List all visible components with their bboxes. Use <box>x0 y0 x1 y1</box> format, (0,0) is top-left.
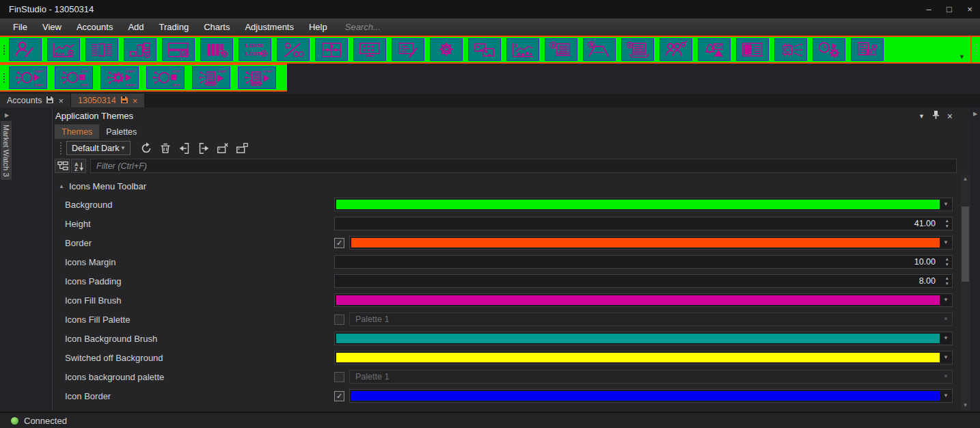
panel-list-icon[interactable] <box>736 38 769 61</box>
menu-view[interactable]: View <box>35 18 69 36</box>
chevron-down-icon[interactable]: ▼ <box>918 113 925 120</box>
document-edit-icon[interactable] <box>392 38 424 61</box>
bar-chart-add-icon[interactable] <box>124 38 156 61</box>
icons-padding-number-field[interactable]: 8.00▲▼ <box>334 274 953 288</box>
property-label: Height <box>65 219 91 229</box>
price-quote-add-icon[interactable]: 1.203561.2035 <box>239 38 271 61</box>
expand-arrow-right-icon[interactable]: ▶ <box>973 111 977 117</box>
import-button[interactable] <box>176 140 193 156</box>
icon-fill-brush-color-dropdown[interactable]: ▼ <box>334 293 953 307</box>
refresh-button[interactable] <box>137 140 154 156</box>
theme-toolbar-grip[interactable] <box>59 142 63 155</box>
close-tab-icon[interactable]: × <box>133 96 138 105</box>
menu-search[interactable]: Search... <box>338 18 388 36</box>
menu-help[interactable]: Help <box>301 18 335 36</box>
chip-connections-icon[interactable] <box>774 38 807 61</box>
people-plug-icon[interactable] <box>659 38 692 61</box>
menu-add[interactable]: Add <box>120 18 151 36</box>
column-chart-add-icon[interactable] <box>200 38 233 61</box>
person-edit-icon[interactable] <box>9 38 42 61</box>
icon-background-brush-color-dropdown[interactable]: ▼ <box>334 332 953 345</box>
filter-input[interactable] <box>90 159 957 173</box>
color-swatch <box>336 353 940 362</box>
icons-margin-spinner[interactable]: ▲▼ <box>945 257 949 267</box>
menu-trading[interactable]: Trading <box>152 18 197 36</box>
table-columns-icon[interactable] <box>85 38 118 61</box>
document-money-icon[interactable] <box>851 38 884 61</box>
notifications-icon[interactable] <box>698 38 731 61</box>
close-icon[interactable]: × <box>947 111 953 121</box>
trend-remove-icon[interactable] <box>583 38 616 61</box>
market-watch-tab[interactable]: Market Watch 3 <box>1 121 12 180</box>
tab-themes[interactable]: Themes <box>55 124 99 139</box>
expand-arrow-left-icon[interactable]: ▶ <box>5 113 9 118</box>
list-remove-icon[interactable] <box>545 38 577 61</box>
tab-palettes[interactable]: Palettes <box>99 124 144 139</box>
delete-button[interactable] <box>156 140 174 156</box>
toolbar-overflow-icon[interactable]: ▼ <box>959 54 965 60</box>
border-checkbox[interactable]: ✓ <box>334 238 344 248</box>
menu-adjustments[interactable]: Adjustments <box>237 18 301 36</box>
save-icon[interactable] <box>120 96 128 106</box>
tab-13050314[interactable]: 13050314× <box>71 94 144 107</box>
service-start-icon[interactable]: STARTSTART <box>100 66 139 89</box>
close-button[interactable]: × <box>959 0 980 18</box>
scroll-down-icon[interactable]: ▼ <box>960 401 970 410</box>
maximize-button[interactable]: □ <box>939 0 959 18</box>
layout-windows-add-icon[interactable] <box>162 38 195 61</box>
report-start-icon[interactable]: START <box>238 66 276 89</box>
new-window-button[interactable] <box>233 140 250 156</box>
menu-charts[interactable]: Charts <box>196 18 237 36</box>
sort-az-button[interactable]: AZ <box>71 159 86 173</box>
export-button[interactable] <box>195 140 212 156</box>
cards-stack-icon[interactable] <box>468 38 501 61</box>
spin-up-icon[interactable]: ▲ <box>945 219 949 224</box>
theme-selector[interactable]: Default Dark ▼ <box>66 141 131 155</box>
pin-icon[interactable] <box>932 110 940 122</box>
scheduler-run-icon[interactable] <box>813 38 845 61</box>
minimize-button[interactable]: – <box>918 0 939 18</box>
switched-off-background-color-dropdown[interactable]: ▼ <box>334 351 953 364</box>
icons-margin-number-field[interactable]: 10.00▲▼ <box>334 255 953 269</box>
scrollbar-thumb[interactable] <box>962 206 969 282</box>
tab-accounts[interactable]: Accounts× <box>0 94 70 107</box>
categorize-button[interactable] <box>55 159 70 173</box>
laptop-list-add-icon[interactable] <box>621 38 654 61</box>
spin-down-icon[interactable]: ▼ <box>945 282 949 286</box>
remove-window-button[interactable] <box>214 140 231 156</box>
background-color-dropdown[interactable]: ▼ <box>334 198 953 211</box>
spin-up-icon[interactable]: ▲ <box>945 276 949 281</box>
connection-stop-icon[interactable]: STOPSTOP <box>55 66 93 89</box>
menu-accounts[interactable]: Accounts <box>69 18 120 36</box>
toolbar-grip[interactable] <box>1 45 8 55</box>
process-stop-icon[interactable]: STOPSTOP <box>146 66 185 89</box>
vertical-scrollbar[interactable]: ▲ ▼ <box>960 174 970 410</box>
spin-down-icon[interactable]: ▼ <box>945 224 949 229</box>
icons-padding-spinner[interactable]: ▲▼ <box>945 276 949 286</box>
toolbar-grip-row2[interactable] <box>1 73 8 83</box>
puzzle-icon[interactable] <box>315 38 348 61</box>
toolbar-tiles-row1: 1.203561.2035$ <box>9 38 889 61</box>
gear-icon[interactable] <box>430 38 463 61</box>
connection-start-icon[interactable]: STARTSTART <box>9 66 47 89</box>
close-tab-icon[interactable]: × <box>58 96 64 105</box>
icon-border-checkbox[interactable]: ✓ <box>334 391 344 401</box>
monitor-grid-icon[interactable] <box>353 38 386 61</box>
toolbar-grip-right[interactable] <box>972 44 980 55</box>
scroll-up-icon[interactable]: ▲ <box>960 174 970 184</box>
spin-up-icon[interactable]: ▲ <box>945 257 949 262</box>
spin-down-icon[interactable]: ▼ <box>945 263 949 267</box>
script-start-icon[interactable]: START <box>192 66 230 89</box>
border-color-dropdown[interactable]: ▼ <box>349 236 953 250</box>
chart-money-icon[interactable]: $ <box>506 38 539 61</box>
height-spinner[interactable]: ▲▼ <box>945 219 949 228</box>
property-group-header[interactable]: ▲ Icons Menu Toolbar <box>53 178 957 195</box>
height-number-field[interactable]: 41.00▲▼ <box>334 217 953 230</box>
save-icon[interactable] <box>46 96 54 106</box>
icons-background-palette-checkbox[interactable] <box>334 372 344 382</box>
chart-trend-add-icon[interactable] <box>47 38 80 61</box>
percent-link-icon[interactable] <box>277 38 310 61</box>
icons-fill-palette-checkbox[interactable] <box>334 315 344 325</box>
menu-file[interactable]: File <box>5 18 35 36</box>
icon-border-color-dropdown[interactable]: ▼ <box>349 389 953 403</box>
